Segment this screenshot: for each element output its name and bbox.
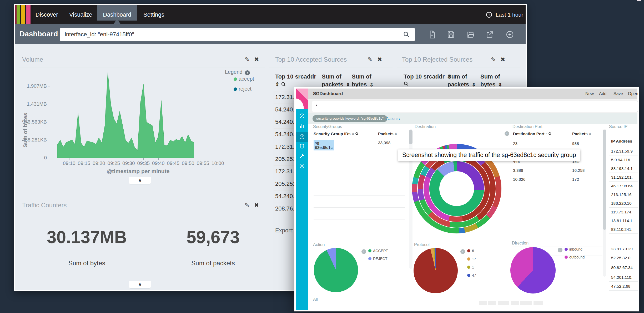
share-icon[interactable] [486,30,494,39]
destport-col2-header[interactable]: Packets⇕ [572,131,592,136]
table-row-port: 23 [513,141,517,146]
securitygroups-col2-header[interactable]: Packets⇕ [378,131,398,136]
legend-item-1[interactable]: 1 [467,265,474,269]
close-icon[interactable]: ✖ [377,52,382,67]
menu-add[interactable]: Add [599,89,606,99]
legend-collapse-icon[interactable]: › [558,247,562,252]
bar-chart-icon [299,123,305,129]
rejected-col2-header[interactable]: Sum of [447,73,467,80]
direction-pie[interactable] [510,247,556,294]
time-picker[interactable]: Last 1 hour [496,5,523,24]
panel-collapse-tab[interactable]: ∧ [129,177,151,184]
filter-actions-link[interactable]: Actions▸ [386,113,400,124]
filter-pill[interactable]: security-group-ids.keyword: "sg-63ed8c1c… [313,115,387,122]
panel-collapse-tab[interactable]: ∧ [129,281,151,288]
legend-item-inbound[interactable]: inbound [565,247,582,251]
sidebar-item-devtools[interactable] [299,153,305,159]
legend-item-outbound[interactable]: outbound [565,255,585,259]
accepted-col3-header[interactable]: Sum of [352,73,371,80]
table-separator [609,233,638,234]
new-document-icon[interactable] [428,30,436,39]
legend-collapse-icon[interactable]: › [361,249,366,254]
panel-traffic-title: Traffic Counters [22,198,67,213]
magnifier-icon[interactable] [547,132,552,136]
footer-button-placeholder[interactable] [511,301,519,305]
accepted-col2-header[interactable]: Sum of [322,73,341,80]
table-separator [314,195,405,196]
sort-icon: ⇕ [497,82,502,87]
rejected-col3-header[interactable]: Sum of [480,73,500,80]
action-pie[interactable] [314,248,358,292]
magnifier-icon[interactable] [354,132,359,136]
menu-open[interactable]: Open [628,89,638,99]
source-ip-row: 88.198.14.1 [611,166,637,171]
accepted-col1-sort[interactable]: ⇕ [275,81,286,87]
legend-collapse-icon[interactable]: › [460,249,465,254]
legend-item-47[interactable]: 47 [467,273,476,277]
sidebar-item-management[interactable] [299,163,305,169]
legend-item-ACCEPT[interactable]: ACCEPT [368,249,388,253]
close-icon[interactable]: ✖ [500,52,505,67]
clock-icon [486,11,492,18]
legend-item-17[interactable]: 17 [467,257,476,261]
table-separator [609,199,638,199]
open-folder-icon[interactable] [466,30,475,39]
footer-button-placeholder[interactable] [520,301,532,305]
legend-item-6[interactable]: 6 [467,249,474,253]
footer-button-placeholder[interactable] [534,301,543,305]
edit-icon[interactable]: ✎ [245,198,249,213]
scrollbar-thumb[interactable] [603,130,606,230]
magnifier-icon[interactable] [404,81,409,86]
gauge-icon [299,134,305,140]
protocol-pie[interactable] [414,248,458,293]
legend-item-accept[interactable]: accept [234,76,254,82]
kibana5-logo[interactable] [296,89,308,109]
edit-icon[interactable]: ✎ [368,52,372,67]
footer-button-placeholder[interactable] [479,301,487,305]
search-button[interactable] [398,28,415,41]
sort-icon[interactable]: ⇕ [275,81,280,87]
sidebar-item-discover[interactable] [299,113,305,119]
save-icon[interactable] [447,30,455,39]
source-ip-row: 119.73.174. [611,210,637,214]
nav-tab-settings[interactable]: Settings [143,5,164,24]
magnifier-icon[interactable] [281,82,286,87]
accepted-col1-header[interactable]: Top 10 srcaddr [275,73,316,80]
sidebar-item-dashboard[interactable] [299,134,305,140]
query-input[interactable] [60,28,398,41]
nav-tab-dashboard[interactable]: Dashboard [97,5,137,24]
rejected-col1-header[interactable]: Top 10 srcaddr ⇕ [404,73,451,80]
shield-icon [299,143,305,149]
sidebar-item-timelion[interactable] [299,143,305,149]
menu-new[interactable]: New [585,89,594,99]
sg-query-input[interactable]: * [312,101,638,112]
footer-button-placeholder[interactable] [498,301,509,305]
volume-legend-title[interactable]: Legend › [225,69,250,75]
tooltip: Screenshot showing the traffic of the sg… [398,149,580,161]
nav-tab-discover[interactable]: Discover [36,5,58,24]
scrollbar-thumb[interactable] [409,130,412,144]
metric-bytes-label: Sum of bytes [34,260,139,267]
sourceip-col1-header[interactable]: IP Address [611,139,632,144]
securitygroups-col1-header[interactable]: Security Group IDs⇕ [314,131,359,136]
securitygroup-id-cell[interactable]: sg-63ed8c1c [314,140,334,150]
y-tick-mark [48,104,50,104]
sidebar-item-visualize[interactable] [299,123,305,129]
kibana-logo[interactable] [15,5,33,24]
legend-toggle-icon[interactable]: › [245,70,250,75]
legend-item-reject[interactable]: reject [234,86,251,92]
nav-tab-visualize[interactable]: Visualize [69,5,92,24]
edit-icon[interactable]: ✎ [245,52,249,67]
rejected-col1-sort[interactable] [404,81,409,86]
add-panel-icon[interactable] [506,30,514,39]
legend-collapse-icon[interactable]: ‹ [505,131,509,136]
menu-save[interactable]: Save [613,89,623,99]
table-separator [513,202,602,202]
destport-col1-header[interactable]: Destination Port^ [513,131,552,136]
footer-button-placeholder[interactable] [488,301,496,305]
edit-icon[interactable]: ✎ [491,52,496,67]
legend-item-REJECT[interactable]: REJECT [368,257,387,261]
close-icon[interactable]: ✖ [254,52,259,67]
table-separator [513,184,602,184]
close-icon[interactable]: ✖ [254,198,259,213]
